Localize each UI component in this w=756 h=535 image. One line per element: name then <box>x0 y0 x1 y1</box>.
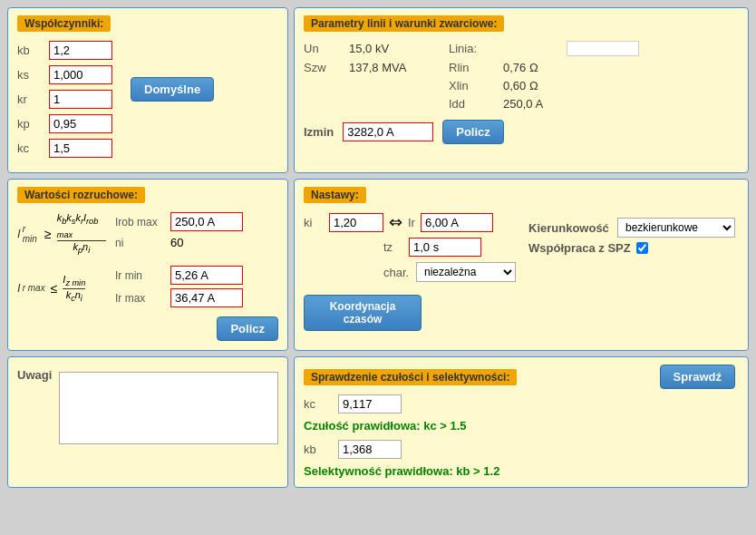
czulosc-text: Czułość prawidłowa: kc > 1.5 <box>304 419 467 433</box>
un-label: Un <box>304 42 349 55</box>
kp-input[interactable] <box>49 114 112 133</box>
szw-label: Szw <box>304 61 349 74</box>
tz-label: tz <box>383 240 403 254</box>
tz-input[interactable] <box>409 238 481 257</box>
nastawy-panel: Nastawy: ki ⇔ Ir tz char. <box>294 179 749 351</box>
domyslne-button[interactable]: Domyślne <box>131 77 214 102</box>
parametry-title: Parametry linii i warunki zwarciowe: <box>304 15 504 32</box>
char-select[interactable]: niezależna zależna <box>416 262 516 282</box>
xlin-label: Xlin <box>449 79 503 92</box>
wartosci-policz-button[interactable]: Policz <box>217 316 278 341</box>
parametry-panel: Parametry linii i warunki zwarciowe: Un … <box>294 7 749 173</box>
izmin-label: Izmin <box>304 125 334 139</box>
ir-max-label: Ir max <box>115 292 165 305</box>
uwagi-label: Uwagi <box>17 368 52 382</box>
kr-label: kr <box>17 92 49 106</box>
linia-label: Linia: <box>449 42 503 55</box>
uwagi-textarea[interactable] <box>59 372 278 444</box>
rlin-label: Rlin <box>449 61 503 74</box>
wartosci-title: Wartości rozruchowe: <box>17 187 145 203</box>
formula1-lhs: I <box>17 227 21 240</box>
kc-label: kc <box>17 141 49 155</box>
ir-max-input[interactable] <box>170 288 243 307</box>
selektywnosc-text: Selektywność prawidłowa: kb > 1.2 <box>304 464 499 478</box>
kierunkowosc-select[interactable]: bezkierunkowe kierunkowe <box>617 218 735 238</box>
kb-label: kb <box>17 44 49 57</box>
ki-input[interactable] <box>329 213 383 232</box>
formula2-lhs: I <box>17 281 21 295</box>
wspolczynniki-panel: Współczynniki: kb ks kr kp <box>7 7 288 173</box>
ks-label: ks <box>17 68 49 82</box>
idd-value: 250,0 A <box>503 97 567 111</box>
rlin-value: 0,76 Ω <box>503 61 567 74</box>
ir-input[interactable] <box>421 213 493 232</box>
sprawdzenie-kb-input[interactable] <box>338 440 402 459</box>
ir-label: Ir <box>408 216 415 229</box>
wspolczynniki-title: Współczynniki: <box>17 15 111 32</box>
sprawdzenie-kc-input[interactable] <box>338 394 402 413</box>
ki-label: ki <box>304 216 324 229</box>
izmin-input[interactable] <box>343 122 433 141</box>
xlin-value: 0,60 Ω <box>503 79 567 92</box>
ir-min-input[interactable] <box>170 266 243 285</box>
koordynacja-button[interactable]: Koordynacja czasów <box>304 295 422 331</box>
kierunkowosc-label: Kierunkowość <box>528 221 610 235</box>
sprawdzenie-kb-label: kb <box>304 443 331 456</box>
ks-input[interactable] <box>49 65 112 84</box>
kp-label: kp <box>17 117 49 131</box>
linia-input[interactable] <box>567 41 639 56</box>
wspolpraca-checkbox[interactable] <box>636 242 648 254</box>
sprawdzenie-kc-label: kc <box>304 397 331 411</box>
kc-input[interactable] <box>49 139 112 158</box>
uwagi-panel: Uwagi <box>7 356 288 488</box>
parametry-policz-button[interactable]: Policz <box>442 120 504 144</box>
char-label: char. <box>383 266 411 279</box>
ir-min-label: Ir min <box>115 269 165 282</box>
wartosci-panel: Wartości rozruchowe: I r min ≥ kbkskrIro… <box>7 179 288 351</box>
kb-input[interactable] <box>49 41 112 60</box>
arrow-icon: ⇔ <box>389 212 402 232</box>
irob-max-input[interactable] <box>170 212 243 231</box>
ni-label: ni <box>115 237 165 249</box>
idd-label: Idd <box>449 97 503 111</box>
irob-max-label: Irob max <box>115 216 165 229</box>
szw-value: 137,8 MVA <box>349 61 449 74</box>
un-value: 15,0 kV <box>349 42 449 55</box>
sprawdz-button[interactable]: Sprawdź <box>660 365 735 389</box>
sprawdzenie-panel: Sprawdzenie czułości i selektywności: Sp… <box>294 356 749 488</box>
nastawy-title: Nastawy: <box>304 187 366 203</box>
ni-value: 60 <box>170 236 183 249</box>
wspolpraca-label: Współpraca z SPZ <box>528 241 631 255</box>
kr-input[interactable] <box>49 90 112 109</box>
sprawdzenie-title: Sprawdzenie czułości i selektywności: <box>304 369 517 385</box>
